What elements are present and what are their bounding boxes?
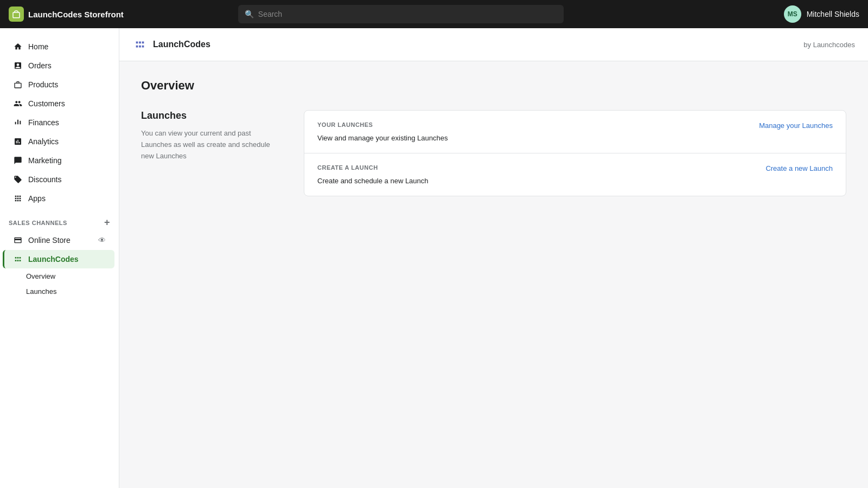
manage-launches-link[interactable]: Manage your Launches [759,121,833,130]
page-header-left: LaunchCodes [132,37,210,52]
sub-item-launches-label: Launches [26,287,56,296]
marketing-icon [13,156,23,165]
page-header-by: by Launchcodes [803,41,855,49]
sidebar-label-home: Home [28,42,48,51]
launches-info: Launches You can view your current and p… [141,110,282,196]
online-store-left: Online Store [13,235,71,245]
sidebar-item-finances[interactable]: Finances [4,113,114,132]
shopify-bag-icon [9,7,24,22]
sidebar-label-analytics: Analytics [28,137,59,146]
finances-icon [13,118,23,127]
create-launch-header: CREATE A LAUNCH Create a new Launch [317,164,833,172]
apps-icon [13,194,23,203]
sidebar: Home Orders Products Customers Finances [0,28,119,488]
sidebar-item-home[interactable]: Home [4,37,114,56]
your-launches-label: YOUR LAUNCHES [317,121,373,128]
launches-title: Launches [141,110,282,121]
sidebar-item-discounts[interactable]: Discounts [4,170,114,189]
customers-icon [13,99,23,108]
page-title: LaunchCodes [153,40,210,49]
discounts-icon [13,175,23,184]
search-input[interactable] [258,10,557,18]
sidebar-label-customers: Customers [28,99,65,108]
sidebar-label-finances: Finances [28,118,59,127]
app-grid-icon [132,37,148,52]
sidebar-label-products: Products [28,80,58,89]
launchcodes-icon [13,254,23,264]
page-header: LaunchCodes by Launchcodes [119,28,868,61]
products-icon [13,80,23,89]
sales-channels-section: Sales channels + [0,208,119,230]
search-bar[interactable]: 🔍 [238,5,564,23]
orders-icon [13,61,23,70]
sidebar-label-online-store: Online Store [28,236,71,245]
create-launch-desc: Create and schedule a new Launch [317,177,833,185]
search-icon: 🔍 [245,10,254,18]
bag-svg [11,9,21,19]
sidebar-item-analytics[interactable]: Analytics [4,132,114,151]
sidebar-label-apps: Apps [28,194,46,203]
launch-card-create: CREATE A LAUNCH Create a new Launch Crea… [304,153,846,196]
overview-section: Launches You can view your current and p… [141,110,846,196]
sidebar-item-marketing[interactable]: Marketing [4,151,114,170]
launches-cards: YOUR LAUNCHES Manage your Launches View … [304,110,846,196]
sidebar-label-orders: Orders [28,61,52,70]
your-launches-header: YOUR LAUNCHES Manage your Launches [317,121,833,130]
topbar-right: MS Mitchell Shields [784,5,859,23]
main-content: LaunchCodes by Launchcodes Overview Laun… [119,28,868,488]
sidebar-item-online-store[interactable]: Online Store 👁 [4,231,114,249]
sidebar-label-marketing: Marketing [28,156,61,165]
avatar[interactable]: MS [784,5,801,23]
overview-title: Overview [141,79,846,93]
topbar: LaunchCodes Storefront 🔍 MS Mitchell Shi… [0,0,868,28]
sidebar-item-products[interactable]: Products [4,75,114,94]
sidebar-label-launchcodes: LaunchCodes [28,255,79,264]
create-launch-label: CREATE A LAUNCH [317,164,378,171]
layout: Home Orders Products Customers Finances [0,28,868,488]
sidebar-item-orders[interactable]: Orders [4,56,114,75]
sidebar-item-launchcodes[interactable]: LaunchCodes [3,250,114,268]
add-sales-channel-icon[interactable]: + [104,217,110,228]
eye-icon[interactable]: 👁 [98,236,106,245]
sidebar-item-customers[interactable]: Customers [4,94,114,113]
content-area: Overview Launches You can view your curr… [119,61,868,488]
your-launches-desc: View and manage your existing Launches [317,134,833,142]
online-store-icon [13,235,23,245]
store-logo[interactable]: LaunchCodes Storefront [9,7,124,22]
launch-card-your-launches: YOUR LAUNCHES Manage your Launches View … [304,111,846,153]
launches-description: You can view your current and past Launc… [141,128,282,162]
analytics-icon [13,137,23,146]
sub-item-overview-label: Overview [26,272,55,280]
sidebar-item-apps[interactable]: Apps [4,189,114,208]
sidebar-sub-item-launches[interactable]: Launches [4,284,114,299]
store-name: LaunchCodes Storefront [28,10,124,19]
sidebar-label-discounts: Discounts [28,175,61,184]
sales-channels-title: Sales channels [9,220,67,226]
sidebar-sub-item-overview[interactable]: Overview [4,269,114,284]
create-new-launch-link[interactable]: Create a new Launch [765,164,833,172]
home-icon [13,42,23,52]
user-name: Mitchell Shields [807,10,859,18]
